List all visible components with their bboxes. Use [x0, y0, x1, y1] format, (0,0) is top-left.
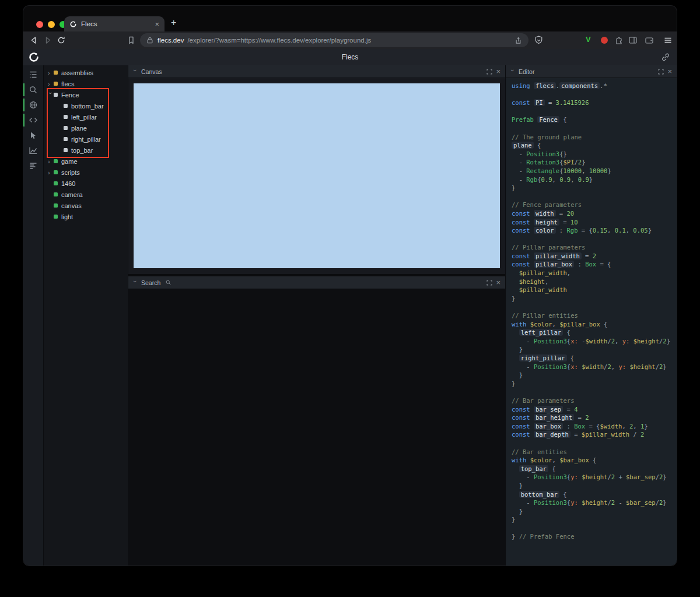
tree-item-bottom_bar[interactable]: bottom_bar	[44, 100, 128, 111]
extensions-puzzle-icon[interactable]	[614, 35, 624, 45]
search-panel-title: Search	[141, 279, 160, 286]
entity-icon	[64, 137, 68, 141]
chevron-down-icon[interactable]: ›	[509, 69, 516, 74]
code-token: -	[615, 499, 626, 506]
code-token: const	[512, 406, 530, 413]
extension-red-icon[interactable]	[601, 37, 608, 44]
code-line: }	[512, 507, 674, 516]
code-token: $pillar_width	[582, 431, 629, 438]
chevron-down-icon[interactable]: ›	[132, 69, 139, 74]
code-token: }	[512, 380, 515, 387]
tree-item-scripts[interactable]: ›scripts	[44, 167, 128, 178]
tree-item-left_pillar[interactable]: left_pillar	[44, 111, 128, 122]
menu-hamburger-icon[interactable]	[663, 35, 673, 45]
wallet-icon[interactable]	[644, 35, 654, 45]
close-panel-icon[interactable]: ×	[496, 68, 501, 75]
canvas-panel-title: Canvas	[141, 68, 162, 75]
tree-item-label: bottom_bar	[71, 103, 104, 110]
code-token: }	[607, 167, 611, 174]
extension-v-icon[interactable]: V	[586, 36, 591, 43]
code-line: const bar_depth = $pillar_width / 2	[512, 430, 674, 439]
search-panel-content[interactable]	[128, 289, 505, 566]
search-tool-icon[interactable]	[28, 85, 38, 95]
code-line: left_pillar {	[512, 328, 674, 337]
minimize-window-button[interactable]	[48, 21, 55, 28]
code-editor[interactable]: using flecs.components.* const PI = 3.14…	[506, 78, 677, 566]
queries-list-icon[interactable]	[28, 160, 38, 171]
code-token	[530, 219, 534, 226]
code-token: 0.15	[593, 227, 607, 234]
tree-item-flecs[interactable]: ›flecs	[44, 78, 128, 89]
code-token: }	[512, 346, 523, 353]
close-window-button[interactable]	[36, 21, 43, 28]
canvas-3d-icon[interactable]	[28, 100, 38, 110]
code-token: Position3	[534, 499, 567, 506]
code-token: Box	[574, 423, 585, 430]
code-token: Prefab	[512, 116, 534, 123]
inspect-cursor-icon[interactable]	[28, 130, 38, 141]
code-token: -	[512, 176, 526, 183]
active-panel-indicator	[23, 99, 24, 111]
tab-close-icon[interactable]: ×	[155, 20, 159, 28]
chevron-down-icon[interactable]: ›	[132, 280, 139, 285]
entity-tree-panel: ›assemblies›flecs›Fencebottom_barleft_pi…	[44, 65, 128, 566]
browser-tab[interactable]: Flecs ×	[64, 16, 164, 31]
code-token: }	[512, 184, 515, 191]
tree-item-canvas[interactable]: canvas	[44, 200, 128, 211]
code-token: }	[667, 338, 670, 345]
editor-panel-title: Editor	[519, 68, 534, 75]
sidebar-panel-icon[interactable]	[628, 35, 638, 45]
code-token: // Prefab Fence	[519, 533, 575, 540]
code-token	[512, 354, 519, 361]
tree-item-right_pillar[interactable]: right_pillar	[44, 134, 128, 145]
new-tab-button[interactable]: +	[171, 18, 176, 27]
expander-icon[interactable]: ›	[47, 92, 54, 98]
expander-icon[interactable]: ›	[48, 69, 54, 76]
tree-item-light[interactable]: light	[44, 211, 128, 222]
forward-button[interactable]	[43, 35, 53, 45]
code-token: :	[574, 261, 585, 268]
tree-item-game[interactable]: ›game	[44, 156, 128, 167]
expander-icon[interactable]: ›	[48, 158, 54, 165]
code-editor-icon[interactable]	[28, 115, 38, 125]
brave-shield-icon[interactable]	[534, 35, 544, 45]
share-icon[interactable]	[514, 36, 523, 45]
code-token: 0.9	[541, 176, 552, 183]
tree-item-camera[interactable]: camera	[44, 189, 128, 200]
address-bar[interactable]: flecs.dev/explorer/?wasm=https://www.fle…	[140, 33, 528, 47]
code-token: left_pillar	[519, 329, 564, 336]
expand-panel-icon[interactable]	[487, 69, 492, 75]
back-button[interactable]	[29, 35, 39, 45]
expand-panel-icon[interactable]	[487, 280, 492, 286]
expander-icon[interactable]: ›	[48, 169, 54, 176]
stats-chart-icon[interactable]	[28, 145, 38, 156]
tree-item-top_bar[interactable]: top_bar	[44, 145, 128, 156]
tree-item-assemblies[interactable]: ›assemblies	[44, 67, 128, 78]
share-link-icon[interactable]	[660, 52, 671, 62]
code-token: $bar_box	[559, 456, 589, 463]
code-token: }	[589, 176, 593, 183]
tree-item-1460[interactable]: 1460	[44, 178, 128, 189]
code-token: }	[512, 516, 515, 523]
expand-panel-icon[interactable]	[658, 69, 664, 75]
reload-button[interactable]	[56, 35, 66, 45]
code-token	[530, 423, 534, 430]
entity-icon	[54, 170, 58, 174]
code-token: ,	[570, 176, 578, 183]
tree-item-plane[interactable]: plane	[44, 122, 128, 134]
code-line: right_pillar {	[512, 354, 674, 363]
flecs-logo-icon[interactable]	[28, 51, 40, 63]
search-icon[interactable]	[165, 279, 172, 286]
tree-item-Fence[interactable]: ›Fence	[44, 89, 128, 100]
entity-tree-icon[interactable]	[28, 69, 38, 80]
code-token: $pillar_width	[519, 286, 567, 293]
bookmark-icon[interactable]	[126, 35, 136, 45]
render-canvas[interactable]	[134, 83, 500, 268]
code-token: const	[512, 431, 530, 438]
close-panel-icon[interactable]: ×	[496, 279, 501, 286]
close-panel-icon[interactable]: ×	[667, 68, 672, 75]
code-token: Rgb	[567, 227, 578, 234]
code-token: const	[512, 252, 530, 259]
expander-icon[interactable]: ›	[48, 80, 54, 87]
code-token: }	[512, 295, 515, 302]
